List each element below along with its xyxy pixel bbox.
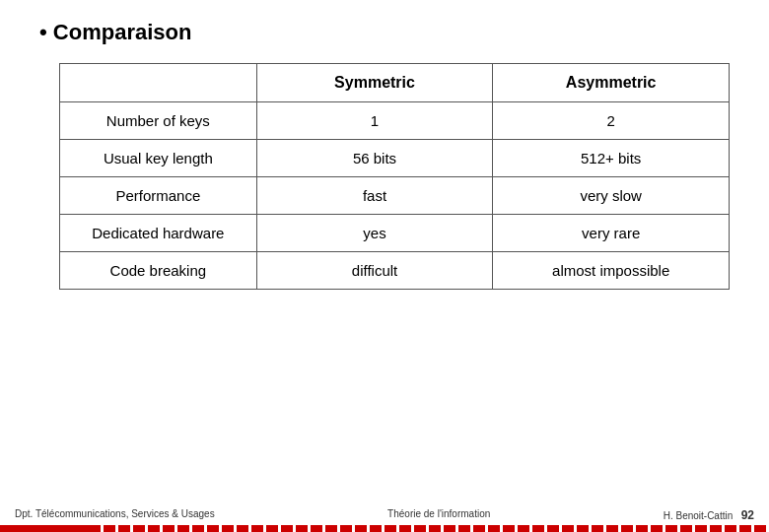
footer-dash (104, 525, 115, 532)
row-label-3: Dedicated hardware (60, 215, 257, 252)
page-title: • Comparaison (39, 20, 730, 45)
row-asymmetric-1: 512+ bits (493, 140, 730, 177)
header-empty (60, 64, 257, 102)
footer-dash (192, 525, 204, 532)
footer-dash (133, 525, 145, 532)
row-label-1: Usual key length (60, 140, 257, 177)
footer-dash (754, 525, 766, 532)
footer-dash (251, 525, 263, 532)
footer-dash (739, 525, 751, 532)
row-symmetric-4: difficult (256, 252, 493, 290)
footer-dash (547, 525, 559, 532)
row-label-4: Code breaking (60, 252, 257, 290)
footer-dash (665, 525, 677, 532)
row-asymmetric-4: almost impossible (493, 252, 730, 290)
footer-dash (340, 525, 352, 532)
row-label-2: Performance (60, 177, 257, 215)
footer-dash (325, 525, 337, 532)
row-symmetric-2: fast (256, 177, 493, 215)
footer-left: Dpt. Télécommunications, Services & Usag… (15, 508, 215, 522)
footer-dash (680, 525, 692, 532)
table-row: Dedicated hardwareyesvery rare (60, 215, 730, 252)
table-row: Usual key length56 bits512+ bits (60, 140, 730, 177)
footer-dash (384, 525, 396, 532)
footer-dash (725, 525, 736, 532)
footer-center: Théorie de l'information (387, 508, 490, 522)
main-content: • Comparaison Symmetric Asymmetric Numbe… (0, 0, 769, 299)
footer-dash (444, 525, 455, 532)
footer-dash (606, 525, 618, 532)
table-row: Performancefastvery slow (60, 177, 730, 215)
footer-dash (355, 525, 367, 532)
footer-dash (636, 525, 648, 532)
footer-dash (651, 525, 663, 532)
footer-dash (577, 525, 589, 532)
footer-dash (621, 525, 633, 532)
footer-bar-dashes (89, 525, 769, 532)
footer-dash (89, 525, 101, 532)
row-symmetric-3: yes (256, 215, 493, 252)
footer-dash (532, 525, 544, 532)
footer-dash (222, 525, 234, 532)
footer-dash (503, 525, 515, 532)
footer-dash (281, 525, 293, 532)
footer-dash (458, 525, 470, 532)
footer-dash (710, 525, 722, 532)
footer-dash (429, 525, 441, 532)
footer-dash (266, 525, 278, 532)
footer-dash (695, 525, 707, 532)
footer-dash (207, 525, 219, 532)
footer-dash (311, 525, 322, 532)
footer-bar (0, 525, 769, 532)
comparison-table: Symmetric Asymmetric Number of keys12Usu… (59, 63, 730, 290)
footer-dash (118, 525, 130, 532)
row-symmetric-0: 1 (256, 102, 493, 140)
footer-dash (592, 525, 603, 532)
footer-dash (488, 525, 500, 532)
table-row: Code breakingdifficultalmost impossible (60, 252, 730, 290)
footer-dash (370, 525, 382, 532)
footer-dash (518, 525, 529, 532)
footer-dash (562, 525, 574, 532)
row-asymmetric-2: very slow (493, 177, 730, 215)
footer-dash (399, 525, 411, 532)
footer-dash (177, 525, 189, 532)
footer-bar-solid (0, 525, 89, 532)
footer-dash (473, 525, 485, 532)
footer-dash (148, 525, 160, 532)
row-label-0: Number of keys (60, 102, 257, 140)
footer-content: Dpt. Télécommunications, Services & Usag… (0, 508, 769, 522)
footer-right: H. Benoit-Cattin 92 (664, 508, 754, 522)
row-symmetric-1: 56 bits (256, 140, 493, 177)
footer-dash (163, 525, 175, 532)
table-row: Number of keys12 (60, 102, 730, 140)
header-symmetric: Symmetric (256, 64, 493, 102)
footer-dash (237, 525, 248, 532)
row-asymmetric-3: very rare (493, 215, 730, 252)
header-asymmetric: Asymmetric (493, 64, 730, 102)
footer-dash (296, 525, 308, 532)
row-asymmetric-0: 2 (493, 102, 730, 140)
footer-dash (414, 525, 426, 532)
